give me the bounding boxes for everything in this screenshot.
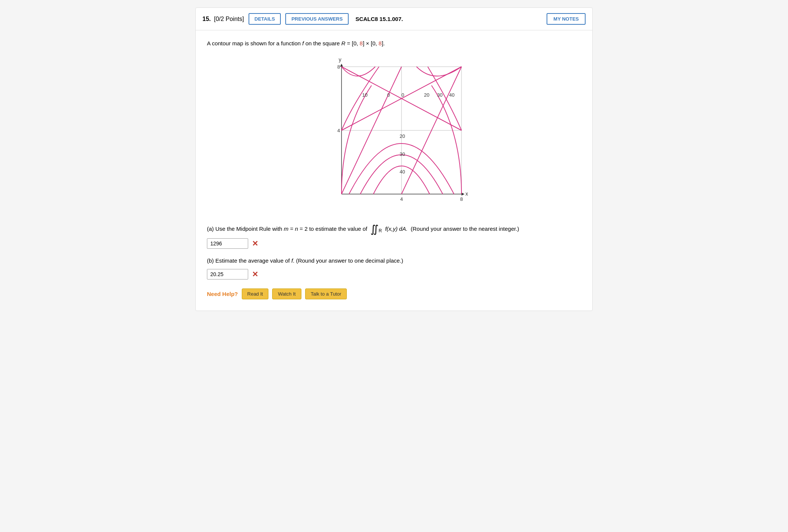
talk-to-tutor-button[interactable]: Talk to a Tutor xyxy=(305,288,347,299)
part-b-label: (b) Estimate the average value of f. (Ro… xyxy=(207,256,581,265)
svg-text:0: 0 xyxy=(401,92,404,98)
problem-id: SCALC8 15.1.007. xyxy=(355,16,403,22)
eq-part: = [0, xyxy=(345,40,360,46)
svg-text:8: 8 xyxy=(337,64,340,70)
read-it-button[interactable]: Read It xyxy=(242,288,269,299)
content-area: A contour map is shown for a function f … xyxy=(196,30,592,311)
my-notes-button[interactable]: MY NOTES xyxy=(547,13,586,25)
previous-answers-button[interactable]: PREVIOUS ANSWERS xyxy=(285,13,349,25)
svg-text:4: 4 xyxy=(337,128,340,133)
n-var: n xyxy=(295,225,298,232)
svg-text:y: y xyxy=(339,57,342,63)
part-b-answer-row: ✕ xyxy=(207,269,581,279)
between: ] × [0, xyxy=(363,40,379,46)
stmt-prefix: A contour map is shown for a function xyxy=(207,40,302,46)
m-var: m xyxy=(284,225,289,232)
integrand: f(x,y) dA. xyxy=(385,225,407,232)
integral-symbol: ∬ xyxy=(370,223,379,235)
part-b-wrong-icon: ✕ xyxy=(252,270,258,279)
svg-text:30: 30 xyxy=(400,151,405,157)
close: ]. xyxy=(382,40,385,46)
q-num: 15. xyxy=(202,16,211,22)
part-a-input[interactable] xyxy=(207,238,248,249)
R-var: R xyxy=(342,40,346,46)
svg-text:0: 0 xyxy=(387,92,390,98)
svg-text:8: 8 xyxy=(460,196,463,202)
question-number: 15. [0/2 Points] xyxy=(202,16,244,22)
svg-marker-3 xyxy=(340,64,343,67)
points-label: [0/2 Points] xyxy=(214,16,244,22)
header-bar: 15. [0/2 Points] DETAILS PREVIOUS ANSWER… xyxy=(196,8,592,30)
svg-text:20: 20 xyxy=(424,92,429,98)
part-b-section: (b) Estimate the average value of f. (Ro… xyxy=(207,256,581,279)
part-a-suffix: to estimate the value of xyxy=(308,225,367,232)
part-a-wrong-icon: ✕ xyxy=(252,239,258,248)
part-b-text: (b) Estimate the average value of xyxy=(207,257,291,264)
part-b-suffix: . (Round your answer to one decimal plac… xyxy=(293,257,403,264)
svg-text:20: 20 xyxy=(400,133,405,139)
svg-text:10: 10 xyxy=(362,92,367,98)
watch-it-button[interactable]: Watch It xyxy=(272,288,301,299)
svg-text:4: 4 xyxy=(400,196,403,202)
problem-statement: A contour map is shown for a function f … xyxy=(207,39,581,48)
page-container: 15. [0/2 Points] DETAILS PREVIOUS ANSWER… xyxy=(195,7,593,311)
svg-text:40: 40 xyxy=(400,169,405,175)
part-a-text: (a) Use the Midpoint Rule with xyxy=(207,225,284,232)
graph-container: y x 8 4 4 8 xyxy=(207,55,581,213)
svg-text:30: 30 xyxy=(437,92,442,98)
integral-subscript: R xyxy=(379,228,382,233)
part-a-answer-row: ✕ xyxy=(207,238,581,249)
part-a-label: (a) Use the Midpoint Rule with m = n = 2… xyxy=(207,224,581,235)
svg-text:40: 40 xyxy=(449,92,454,98)
mn-val: 2 xyxy=(304,225,307,232)
part-b-input[interactable] xyxy=(207,269,248,279)
details-button[interactable]: DETAILS xyxy=(249,13,281,25)
round-note-a: (Round your answer to the nearest intege… xyxy=(410,225,519,232)
graph-area: y x 8 4 4 8 xyxy=(319,55,469,213)
need-help-row: Need Help? Read It Watch It Talk to a Tu… xyxy=(207,288,581,299)
svg-marker-2 xyxy=(461,193,464,196)
need-help-label: Need Help? xyxy=(207,291,238,297)
stmt-mid: on the square xyxy=(304,40,341,46)
contour-graph: y x 8 4 4 8 xyxy=(319,55,469,213)
val1: 8 xyxy=(360,40,363,46)
val2: 8 xyxy=(379,40,382,46)
part-a-section: (a) Use the Midpoint Rule with m = n = 2… xyxy=(207,224,581,249)
svg-text:x: x xyxy=(466,191,468,197)
